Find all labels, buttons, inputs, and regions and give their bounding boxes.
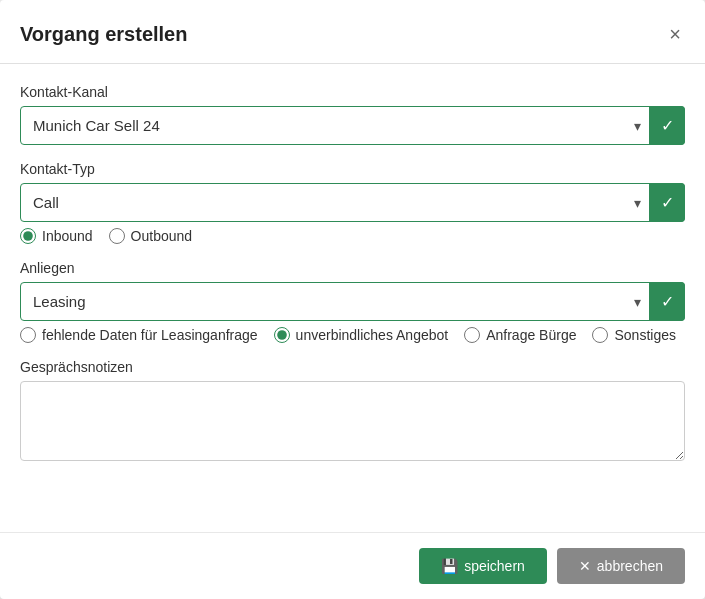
save-button[interactable]: 💾 speichern (419, 548, 547, 584)
radio-sonstiges[interactable]: Sonstiges (592, 327, 675, 343)
gespraechsnotizen-field: Gesprächsnotizen (20, 359, 685, 461)
direction-radio-group: Inbound Outbound (20, 228, 685, 244)
check-badge: ✓ (649, 282, 685, 321)
check-badge: ✓ (649, 106, 685, 145)
anliegen-select[interactable]: Leasing (20, 282, 685, 321)
anliegen-label: Anliegen (20, 260, 685, 276)
radio-anfrage-buerge-input[interactable] (464, 327, 480, 343)
anliegen-options-group: fehlende Daten für Leasinganfrage unverb… (20, 327, 685, 343)
radio-outbound-label: Outbound (131, 228, 193, 244)
radio-outbound-input[interactable] (109, 228, 125, 244)
radio-unverbindliches-angebot-input[interactable] (274, 327, 290, 343)
check-badge: ✓ (649, 183, 685, 222)
kontakt-kanal-wrapper: Munich Car Sell 24 ▾ ✓ (20, 106, 685, 145)
kontakt-typ-select[interactable]: Call (20, 183, 685, 222)
radio-anfrage-buerge[interactable]: Anfrage Bürge (464, 327, 576, 343)
save-label: speichern (464, 558, 525, 574)
radio-anfrage-buerge-label: Anfrage Bürge (486, 327, 576, 343)
radio-outbound[interactable]: Outbound (109, 228, 193, 244)
kontakt-kanal-label: Kontakt-Kanal (20, 84, 685, 100)
chevron-down-icon: ▾ (626, 118, 649, 134)
chevron-down-icon: ▾ (626, 195, 649, 211)
kontakt-typ-field: Kontakt-Typ Call ▾ ✓ Inbound Outboun (20, 161, 685, 244)
radio-fehlende-daten-label: fehlende Daten für Leasinganfrage (42, 327, 258, 343)
radio-inbound-input[interactable] (20, 228, 36, 244)
kontakt-kanal-field: Kontakt-Kanal Munich Car Sell 24 ▾ ✓ (20, 84, 685, 145)
kontakt-kanal-select[interactable]: Munich Car Sell 24 (20, 106, 685, 145)
kontakt-typ-icons: ▾ ✓ (626, 183, 685, 222)
kontakt-typ-label: Kontakt-Typ (20, 161, 685, 177)
cancel-button[interactable]: ✕ abbrechen (557, 548, 685, 584)
modal-footer: 💾 speichern ✕ abbrechen (0, 532, 705, 599)
cancel-icon: ✕ (579, 558, 591, 574)
anliegen-field: Anliegen Leasing ▾ ✓ fehlende Daten für … (20, 260, 685, 343)
close-icon: × (669, 23, 681, 45)
radio-fehlende-daten[interactable]: fehlende Daten für Leasinganfrage (20, 327, 258, 343)
radio-unverbindliches-angebot[interactable]: unverbindliches Angebot (274, 327, 449, 343)
kontakt-typ-wrapper: Call ▾ ✓ (20, 183, 685, 222)
kontakt-kanal-icons: ▾ ✓ (626, 106, 685, 145)
modal-dialog: Vorgang erstellen × Kontakt-Kanal Munich… (0, 0, 705, 599)
modal-body: Kontakt-Kanal Munich Car Sell 24 ▾ ✓ Kon… (0, 64, 705, 532)
chevron-down-icon: ▾ (626, 294, 649, 310)
save-icon: 💾 (441, 558, 458, 574)
radio-inbound-label: Inbound (42, 228, 93, 244)
gespraechsnotizen-label: Gesprächsnotizen (20, 359, 685, 375)
cancel-label: abbrechen (597, 558, 663, 574)
anliegen-wrapper: Leasing ▾ ✓ (20, 282, 685, 321)
anliegen-icons: ▾ ✓ (626, 282, 685, 321)
radio-unverbindliches-angebot-label: unverbindliches Angebot (296, 327, 449, 343)
gespraechsnotizen-textarea[interactable] (20, 381, 685, 461)
close-button[interactable]: × (665, 20, 685, 48)
radio-sonstiges-input[interactable] (592, 327, 608, 343)
modal-title: Vorgang erstellen (20, 23, 187, 46)
radio-fehlende-daten-input[interactable] (20, 327, 36, 343)
radio-inbound[interactable]: Inbound (20, 228, 93, 244)
modal-header: Vorgang erstellen × (0, 0, 705, 64)
radio-sonstiges-label: Sonstiges (614, 327, 675, 343)
